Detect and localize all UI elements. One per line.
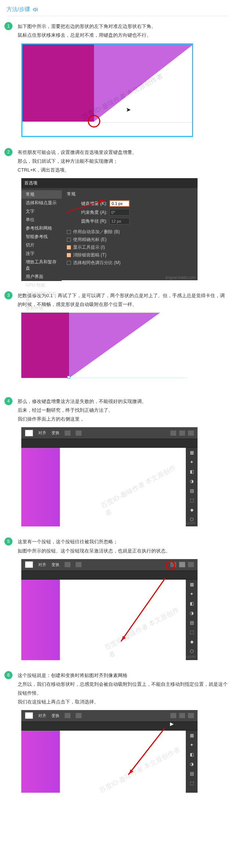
checkbox-label: 消除锯齿图稿 (T) <box>73 252 106 258</box>
dialog-title: 首选项 <box>21 178 198 188</box>
step-6: 6 这个按钮就是：创建和变换时将贴图对齐到像素网格 之所以，我们在移动形状时，总… <box>4 671 228 793</box>
tool-icon[interactable]: ▤ <box>186 486 198 496</box>
document-tab-bar <box>21 571 198 580</box>
tool-icon[interactable]: ▦ <box>186 580 198 589</box>
tool-icon[interactable]: ◧ <box>186 750 198 759</box>
tool-icon[interactable]: ◧ <box>186 467 198 476</box>
watermark: 百度ID-趣味作者 本文原创作者 <box>100 461 185 518</box>
radius-input[interactable]: 12 px <box>109 218 130 224</box>
pixel-snap-button[interactable] <box>179 431 185 436</box>
checkbox-label: 选择相同色调百分比 (M) <box>73 260 120 266</box>
step-line: 那么，我们就试下，这种方法能不能实现微调； <box>18 157 228 166</box>
step-5: 5 这里有一个按钮，这个按钮往往被我们所忽略； 如图中所示的按钮。这个按钮现在呈… <box>4 537 228 660</box>
step-text: 如下图中所示，需要把右边的形状的左下角对准左边形状右下角。 鼠标点住形状移来移去… <box>18 22 228 40</box>
tools-panel: ▦✦◧ ◑▤⬚ ◆⬡ <box>186 448 198 526</box>
checkbox-label: 显示工具提示 (I) <box>73 244 105 251</box>
keyboard-increment-input[interactable]: 0.1 px <box>109 200 130 207</box>
tool-icon[interactable]: ◆ <box>186 505 198 515</box>
fill-swatch[interactable] <box>25 561 33 568</box>
toolbar-icon[interactable] <box>170 713 176 718</box>
tool-icon[interactable]: ▤ <box>186 769 198 778</box>
step-number: 1 <box>4 22 12 30</box>
toolbar-icon[interactable] <box>76 713 82 718</box>
sidebar-item[interactable]: 选择和锚点显示 <box>21 199 62 207</box>
tool-icon[interactable]: ✦ <box>186 740 198 750</box>
fill-swatch[interactable] <box>25 430 33 436</box>
screenshot-shapes: ➤ 百度ID-趣味作者 本文原创作者 <box>21 43 193 137</box>
toolbar-icon[interactable] <box>65 713 70 718</box>
toolbar-label: 对齐 <box>38 430 46 436</box>
sidebar-item[interactable]: 连字 <box>21 249 62 258</box>
sidebar-item[interactable]: 常规 <box>21 190 62 199</box>
step-2: 2 有些朋友可能会说，设置微调在首选项里设置键盘增量。 那么，我们就试下，这种方… <box>4 148 228 280</box>
tool-icon[interactable]: ⬚ <box>186 778 198 788</box>
step-line: 这个按钮就是：创建和变换时将贴图对齐到像素网格 <box>18 671 228 680</box>
toolbar-icon[interactable] <box>76 562 82 567</box>
checkbox-item[interactable]: 使用精确光标 (E) <box>67 236 192 244</box>
sidebar-item[interactable]: 智能参考线 <box>21 233 62 241</box>
tool-icon[interactable]: ▤ <box>186 618 198 627</box>
tools-panel: ▦✦◧ ◑▤⬚ <box>186 731 198 793</box>
sidebar-item[interactable]: 增效工具和暂存盘 <box>21 258 62 273</box>
toolbar-icon[interactable] <box>188 562 194 567</box>
angle-input[interactable]: 0° <box>109 209 130 216</box>
toolbar-icon[interactable] <box>188 713 194 718</box>
step-line: 这里有一个按钮，这个按钮往往被我们所忽略； <box>18 537 228 546</box>
checkbox-item[interactable]: 停用自动添加／删除 (B) <box>67 228 192 236</box>
toolbar-label: 对齐 <box>38 562 46 568</box>
document-tab-bar <box>21 439 198 448</box>
options-bar: 对齐 变换 <box>21 710 198 722</box>
step-line: 有些朋友可能会说，设置微调在首选项里设置键盘增量。 <box>18 148 228 157</box>
tool-icon[interactable]: ▦ <box>186 731 198 740</box>
checkbox-label: 使用精确光标 (E) <box>73 237 106 243</box>
toolbar-icon[interactable] <box>76 431 82 436</box>
tool-icon[interactable]: ▦ <box>186 448 198 457</box>
toolbar-icon[interactable] <box>188 431 194 436</box>
step-text: 这里有一个按钮，这个按钮往往被我们所忽略； 如图中所示的按钮。这个按钮现在呈激活… <box>18 537 228 555</box>
tool-icon[interactable]: ⬚ <box>186 627 198 637</box>
step-text: 那么，修改键盘增量这方法是失败的，不能很好的实现微调。 后来，经过一翻研究，终于… <box>18 397 228 424</box>
checkbox-item[interactable]: 消除锯齿图稿 (T) <box>67 251 192 259</box>
sidebar-item[interactable]: 文字 <box>21 207 62 216</box>
tool-icon[interactable]: ⬚ <box>186 496 198 505</box>
pixel-snap-button[interactable] <box>179 713 185 718</box>
cursor-icon: ▶ <box>170 721 174 727</box>
step-line: 我们操作界面上方的右侧这里， <box>18 415 228 424</box>
screenshot-shapes-aligned <box>21 313 187 386</box>
toolbar-icon[interactable] <box>170 431 176 436</box>
checkbox-item[interactable]: 显示工具提示 (I) <box>67 244 192 251</box>
checkbox-item[interactable]: 选择相同色调百分比 (M) <box>67 259 192 267</box>
field-label: 圆角半径 (R): <box>67 218 107 224</box>
toolbar-label: 变换 <box>51 430 59 436</box>
sidebar-item[interactable]: 单位 <box>21 216 62 224</box>
tool-icon[interactable]: ◧ <box>186 599 198 608</box>
tool-icon[interactable]: ✦ <box>186 457 198 467</box>
step-line: 如图中所示的按钮。这个按钮现在呈激活状态，也就是正在执行的状态。 <box>18 547 228 555</box>
step-4: 4 那么，修改键盘增量这方法是失败的，不能很好的实现微调。 后来，经过一翻研究，… <box>4 397 228 526</box>
toolbar-icon[interactable] <box>65 562 70 567</box>
step-line: 我们在这按钮上再点击下，取消选择。 <box>18 698 228 706</box>
checkbox-list: 停用自动添加／删除 (B) 使用精确光标 (E) 显示工具提示 (I) 消除锯齿… <box>67 228 192 267</box>
sidebar-item[interactable]: 用户界面 <box>21 273 62 281</box>
tool-icon[interactable]: ◑ <box>186 476 198 486</box>
screenshot-workspace-deactivate: 对齐 变换 百度ID-趣味作者 <box>21 710 198 793</box>
pixel-snap-button[interactable] <box>179 562 185 567</box>
tool-icon[interactable]: ◆ <box>186 637 198 647</box>
watermark: 百度ID-趣味作者 本文原创作者 <box>103 605 185 660</box>
tool-icon[interactable]: ◑ <box>186 759 198 769</box>
prefs-sidebar: 常规 选择和锚点显示 文字 单位 参考线和网格 智能参考线 切片 连字 增效工具… <box>21 188 62 281</box>
panel-heading: 常规 <box>67 191 192 197</box>
step-number: 5 <box>4 537 12 545</box>
sound-icon[interactable] <box>32 7 38 12</box>
step-text: 有些朋友可能会说，设置微调在首选项里设置键盘增量。 那么，我们就试下，这种方法能… <box>18 148 228 174</box>
sidebar-item[interactable]: 文件处理和剪贴板 <box>21 289 62 304</box>
tool-icon[interactable]: ✦ <box>186 589 198 599</box>
sidebar-item[interactable]: GPU 性能 <box>21 281 62 289</box>
tools-panel: ▦✦◧ ◑▤⬚ ◆⬡ <box>186 580 198 660</box>
sidebar-item[interactable]: 参考线和网格 <box>21 224 62 233</box>
fill-swatch[interactable] <box>25 712 33 719</box>
tool-icon[interactable]: ◑ <box>186 608 198 618</box>
sidebar-item[interactable]: 黑色外观 <box>21 304 62 313</box>
sidebar-item[interactable]: 切片 <box>21 241 62 249</box>
toolbar-icon[interactable] <box>65 431 70 436</box>
